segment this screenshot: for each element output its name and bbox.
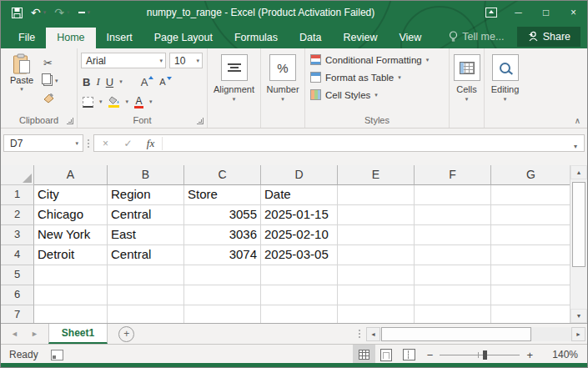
bold-button[interactable]: B xyxy=(83,76,90,88)
tab-view[interactable]: View xyxy=(388,28,432,49)
scroll-down-button[interactable]: ▼ xyxy=(570,309,587,323)
tab-data[interactable]: Data xyxy=(289,28,332,49)
minimize-button[interactable]: ─ xyxy=(505,1,532,24)
conditional-formatting-button[interactable]: Conditional Formatting ▾ xyxy=(307,50,447,68)
row-header[interactable]: 6 xyxy=(1,285,34,305)
enter-button[interactable]: ✓ xyxy=(117,138,139,149)
font-color-button[interactable]: A xyxy=(134,96,143,108)
column-header[interactable]: A xyxy=(34,165,108,185)
cell[interactable] xyxy=(338,245,415,265)
tab-insert[interactable]: Insert xyxy=(96,28,143,49)
cell[interactable] xyxy=(108,305,184,323)
cell[interactable] xyxy=(338,265,415,285)
cell-styles-button[interactable]: Cell Styles ▾ xyxy=(307,85,447,103)
cell[interactable]: East xyxy=(108,225,184,245)
decrease-font-size-button[interactable]: A xyxy=(159,77,171,87)
underline-button[interactable]: U xyxy=(106,76,113,88)
copy-button[interactable]: ▾ xyxy=(41,73,61,88)
insert-function-button[interactable]: fx xyxy=(139,137,163,150)
tab-scrollbar-divider[interactable] xyxy=(359,330,360,338)
column-header[interactable]: D xyxy=(261,165,338,185)
cell[interactable] xyxy=(491,285,570,305)
cell[interactable]: 3055 xyxy=(184,205,261,225)
cell[interactable] xyxy=(184,305,261,323)
cell[interactable]: City xyxy=(34,185,108,205)
page-break-preview-button[interactable] xyxy=(398,345,420,365)
previous-sheet-button[interactable]: ◄ xyxy=(11,330,18,338)
font-name-select[interactable]: Arial ▾ xyxy=(81,53,166,68)
macro-record-icon[interactable] xyxy=(51,350,63,360)
borders-button[interactable] xyxy=(83,97,93,108)
cell[interactable] xyxy=(338,305,415,323)
cell[interactable] xyxy=(415,205,491,225)
next-sheet-button[interactable]: ► xyxy=(31,330,38,338)
format-as-table-button[interactable]: Format as Table ▾ xyxy=(307,68,447,85)
close-button[interactable]: × xyxy=(560,1,587,24)
save-button[interactable] xyxy=(8,3,27,22)
tell-me-button[interactable]: Tell me... xyxy=(442,26,510,48)
zoom-slider[interactable] xyxy=(440,355,520,355)
cell[interactable]: Chicago xyxy=(34,205,108,225)
font-size-select[interactable]: 10 ▾ xyxy=(169,53,203,68)
fill-color-button[interactable] xyxy=(108,96,120,108)
zoom-out-button[interactable]: − xyxy=(420,349,440,361)
tab-page-layout[interactable]: Page Layout xyxy=(143,28,224,49)
cell[interactable] xyxy=(261,285,338,305)
alignment-menu-button[interactable]: Alignment ▾ xyxy=(209,50,259,128)
cell[interactable] xyxy=(338,285,415,305)
row-header[interactable]: 2 xyxy=(1,205,34,225)
cell[interactable] xyxy=(491,305,570,323)
new-sheet-button[interactable]: + xyxy=(118,326,134,342)
number-menu-button[interactable]: % Number ▾ xyxy=(263,50,303,128)
redo-button[interactable]: ↷ ▾ xyxy=(50,3,73,22)
scroll-up-button[interactable]: ▲ xyxy=(570,165,587,179)
cell[interactable]: 2025-02-10 xyxy=(261,225,338,245)
cancel-button[interactable]: × xyxy=(94,138,117,149)
zoom-level[interactable]: 140% xyxy=(540,349,587,360)
italic-button[interactable]: I xyxy=(96,75,99,88)
column-header[interactable]: G xyxy=(491,165,570,185)
formula-input[interactable] xyxy=(163,133,567,154)
cell[interactable] xyxy=(415,265,491,285)
cell[interactable]: 2025-01-15 xyxy=(261,205,338,225)
vertical-scrollbar-thumb[interactable] xyxy=(572,182,585,267)
cell[interactable]: New York xyxy=(34,225,108,245)
cell[interactable] xyxy=(108,265,184,285)
column-header[interactable]: E xyxy=(338,165,415,185)
column-header[interactable]: B xyxy=(108,165,184,185)
cell[interactable] xyxy=(415,305,491,323)
cell[interactable] xyxy=(491,245,570,265)
undo-button[interactable]: ↶ ▾ xyxy=(27,3,50,22)
cell[interactable]: Region xyxy=(108,185,184,205)
cell[interactable]: Central xyxy=(108,245,184,265)
cell[interactable]: Store xyxy=(184,185,261,205)
sheet-tab-sheet1[interactable]: Sheet1 xyxy=(48,324,108,344)
page-layout-view-button[interactable] xyxy=(375,345,398,365)
expand-formula-bar-button[interactable]: ▾ xyxy=(567,137,584,150)
row-header[interactable]: 4 xyxy=(1,245,34,265)
cut-button[interactable]: ✂ xyxy=(41,56,61,70)
cell[interactable] xyxy=(415,285,491,305)
tab-home[interactable]: Home xyxy=(46,28,95,49)
clipboard-dialog-launcher[interactable] xyxy=(67,118,73,124)
paste-button[interactable]: Paste ▾ xyxy=(3,50,41,105)
cell[interactable] xyxy=(338,205,415,225)
zoom-slider-thumb[interactable] xyxy=(483,350,487,360)
cell[interactable]: Central xyxy=(108,205,184,225)
cell[interactable] xyxy=(34,305,108,323)
format-painter-button[interactable] xyxy=(41,91,61,105)
cell[interactable] xyxy=(184,265,261,285)
cell[interactable]: Detroit xyxy=(34,245,108,265)
cell[interactable] xyxy=(491,225,570,245)
cell[interactable] xyxy=(34,265,108,285)
zoom-in-button[interactable]: + xyxy=(520,349,540,361)
column-header[interactable]: F xyxy=(415,165,491,185)
collapse-ribbon-button[interactable]: ∧ xyxy=(575,116,580,125)
row-header[interactable]: 7 xyxy=(1,305,34,323)
row-header[interactable]: 3 xyxy=(1,225,34,245)
cell[interactable] xyxy=(491,205,570,225)
cell[interactable]: 3074 xyxy=(184,245,261,265)
horizontal-scrollbar[interactable]: ◄ ► xyxy=(366,327,585,341)
tab-review[interactable]: Review xyxy=(332,28,388,49)
row-header[interactable]: 5 xyxy=(1,265,34,285)
